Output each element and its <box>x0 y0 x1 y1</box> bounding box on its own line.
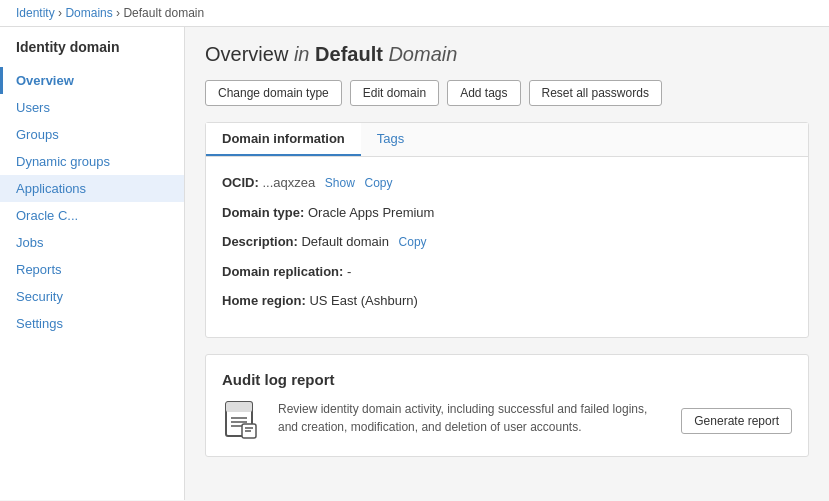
sidebar-item-applications[interactable]: Applications <box>0 175 184 202</box>
reset-passwords-button[interactable]: Reset all passwords <box>529 80 662 106</box>
svg-rect-1 <box>226 402 252 412</box>
audit-log-description: Review identity domain activity, includi… <box>278 400 665 436</box>
sidebar-title: Identity domain <box>0 39 184 67</box>
breadcrumb: Identity › Domains › Default domain <box>0 0 829 27</box>
replication-row: Domain replication: - <box>222 262 792 282</box>
ocid-copy-link[interactable]: Copy <box>365 176 393 190</box>
domain-type-row: Domain type: Oracle Apps Premium <box>222 203 792 223</box>
description-row: Description: Default domain Copy <box>222 232 792 252</box>
sidebar-item-settings[interactable]: Settings <box>0 310 184 337</box>
main-content: Overview in Default Domain Change domain… <box>185 27 829 500</box>
breadcrumb-domains[interactable]: Domains <box>65 6 112 20</box>
sidebar: Identity domain Overview Users Groups Dy… <box>0 27 185 500</box>
add-tags-button[interactable]: Add tags <box>447 80 520 106</box>
sidebar-item-overview[interactable]: Overview <box>0 67 184 94</box>
breadcrumb-current: Default domain <box>123 6 204 20</box>
breadcrumb-identity[interactable]: Identity <box>16 6 55 20</box>
tab-domain-information[interactable]: Domain information <box>206 123 361 156</box>
sidebar-item-reports[interactable]: Reports <box>0 256 184 283</box>
breadcrumb-sep1: › <box>58 6 62 20</box>
tab-content-domain-info: OCID: ...aqxzea Show Copy Domain type: O… <box>206 157 808 337</box>
sidebar-item-oracle-cloud[interactable]: Oracle C... <box>0 202 184 229</box>
edit-domain-button[interactable]: Edit domain <box>350 80 439 106</box>
audit-log-section: Audit log report Review identity <box>205 354 809 457</box>
tab-header: Domain information Tags <box>206 123 808 157</box>
change-domain-type-button[interactable]: Change domain type <box>205 80 342 106</box>
generate-report-button[interactable]: Generate report <box>681 408 792 434</box>
ocid-row: OCID: ...aqxzea Show Copy <box>222 173 792 193</box>
description-value: Default domain <box>301 234 388 249</box>
audit-log-actions: Generate report <box>681 400 792 434</box>
audit-log-body: Review identity domain activity, includi… <box>222 400 792 440</box>
audit-log-title: Audit log report <box>222 371 792 388</box>
description-copy-link[interactable]: Copy <box>399 235 427 249</box>
sidebar-item-security[interactable]: Security <box>0 283 184 310</box>
home-region-row: Home region: US East (Ashburn) <box>222 291 792 311</box>
page-title: Overview in Default Domain <box>205 43 809 66</box>
toolbar: Change domain type Edit domain Add tags … <box>205 80 809 106</box>
sidebar-item-dynamic-groups[interactable]: Dynamic groups <box>0 148 184 175</box>
audit-log-icon <box>222 400 262 440</box>
breadcrumb-sep2: › <box>116 6 120 20</box>
home-region-value: US East (Ashburn) <box>309 293 417 308</box>
tab-tags[interactable]: Tags <box>361 123 420 156</box>
replication-value: - <box>347 264 351 279</box>
sidebar-item-groups[interactable]: Groups <box>0 121 184 148</box>
domain-type-value: Oracle Apps Premium <box>308 205 434 220</box>
tab-panel: Domain information Tags OCID: ...aqxzea … <box>205 122 809 338</box>
sidebar-item-users[interactable]: Users <box>0 94 184 121</box>
ocid-value: ...aqxzea <box>262 175 315 190</box>
ocid-show-link[interactable]: Show <box>325 176 355 190</box>
sidebar-item-jobs[interactable]: Jobs <box>0 229 184 256</box>
